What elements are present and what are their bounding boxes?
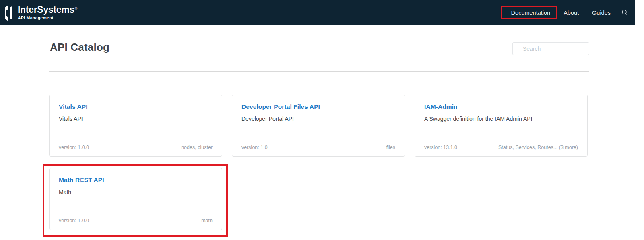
api-card-tags: Status, Services, Routes... (3 more) <box>498 145 578 150</box>
api-card-description: A Swagger definition for the IAM Admin A… <box>424 116 578 122</box>
annotation-box-math-card <box>43 164 228 237</box>
header-divider <box>49 71 589 72</box>
catalog-search-input[interactable] <box>512 42 589 55</box>
api-card-description: Vitals API <box>59 116 213 122</box>
nav-item-guides[interactable]: Guides <box>592 10 611 16</box>
api-card-version: version: 1.0 <box>242 145 268 150</box>
api-card-grid: Vitals API Vitals API version: 1.0.0 nod… <box>49 95 588 230</box>
registered-trademark: ® <box>75 6 77 10</box>
api-card-version: version: 1.0.0 <box>59 218 89 223</box>
api-card-title-link[interactable]: Vitals API <box>59 103 88 110</box>
api-card-math-rest[interactable]: Math REST API Math version: 1.0.0 math <box>49 168 222 230</box>
api-card-footer: version: 1.0.0 math <box>59 218 213 223</box>
api-card-tags: nodes, cluster <box>181 145 213 150</box>
brand-name: InterSystems® <box>18 5 77 14</box>
api-card-title-link[interactable]: Developer Portal Files API <box>242 103 320 110</box>
api-card-title-link[interactable]: Math REST API <box>59 176 104 184</box>
api-card-footer: version: 13.1.0 Status, Services, Routes… <box>424 145 578 150</box>
brand-subtitle: API Management <box>18 16 77 20</box>
api-catalog-page: InterSystems® API Management Documentati… <box>0 0 644 240</box>
api-card-title-link[interactable]: IAM-Admin <box>424 103 458 110</box>
header-nav: Documentation About Guides <box>511 9 628 16</box>
intersystems-logo-icon <box>4 4 14 21</box>
nav-item-documentation[interactable]: Documentation <box>511 10 551 16</box>
api-card-version: version: 1.0.0 <box>59 145 89 150</box>
brand-text: InterSystems® API Management <box>18 5 77 20</box>
api-card-description: Developer Portal API <box>242 116 395 122</box>
api-card-iam-admin[interactable]: IAM-Admin A Swagger definition for the I… <box>415 95 588 157</box>
api-card-tags: files <box>386 145 395 150</box>
api-card-vitals[interactable]: Vitals API Vitals API version: 1.0.0 nod… <box>49 95 222 157</box>
api-card-footer: version: 1.0.0 nodes, cluster <box>59 145 213 150</box>
search-icon[interactable] <box>621 9 628 16</box>
api-card-developer-portal-files[interactable]: Developer Portal Files API Developer Por… <box>232 95 405 157</box>
nav-item-about[interactable]: About <box>564 10 579 16</box>
api-card-tags: math <box>201 218 213 223</box>
brand-logo[interactable]: InterSystems® API Management <box>4 4 77 21</box>
api-card-description: Math <box>59 189 213 195</box>
nav-item-documentation-label: Documentation <box>511 10 551 16</box>
api-card-version: version: 13.1.0 <box>424 145 457 150</box>
top-header: InterSystems® API Management Documentati… <box>0 0 635 25</box>
page-title: API Catalog <box>50 41 109 54</box>
api-card-footer: version: 1.0 files <box>242 145 395 150</box>
